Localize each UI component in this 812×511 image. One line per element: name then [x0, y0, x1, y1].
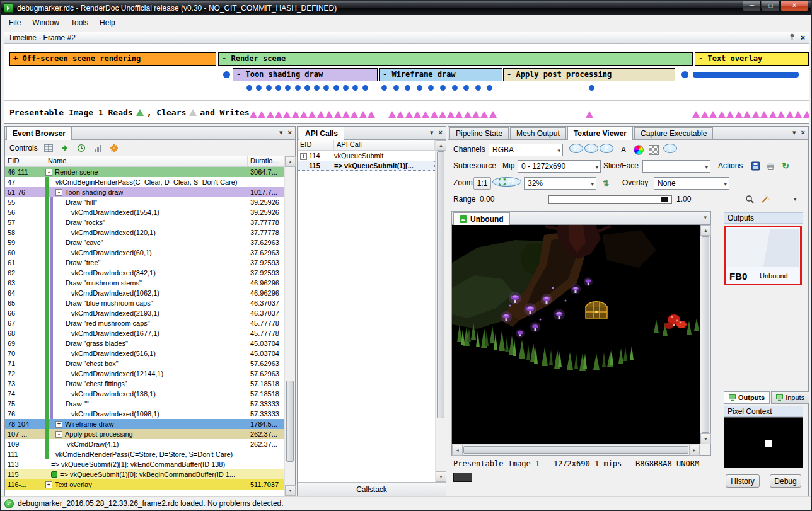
- timeline-body[interactable]: + Off-screen scene rendering- Render sce…: [4, 44, 809, 123]
- tab-outputs[interactable]: Outputs: [724, 391, 770, 404]
- scroll-down-icon[interactable]: ▼: [285, 485, 296, 496]
- draw-call-dot[interactable]: [381, 85, 387, 91]
- event-row[interactable]: 61Draw "tree"37.92593: [5, 258, 284, 268]
- viewport-hscrollbar[interactable]: ◄ ►: [452, 444, 700, 455]
- draw-call-dot[interactable]: [323, 85, 329, 91]
- usage-triangle-icon[interactable]: [709, 111, 717, 118]
- usage-triangle-icon[interactable]: [267, 111, 274, 118]
- api-call-row[interactable]: +114vkQueueSubmit: [298, 151, 435, 161]
- draw-call-dot[interactable]: [452, 85, 458, 91]
- frame-marker-bar[interactable]: - Toon shading draw: [233, 68, 378, 81]
- flip-y-icon[interactable]: ⇅: [600, 177, 612, 190]
- event-row[interactable]: 57Draw "rocks"37.77778: [5, 217, 284, 227]
- background-color-swatch[interactable]: [453, 473, 472, 482]
- usage-triangle-icon[interactable]: [308, 111, 316, 118]
- usage-triangle-icon[interactable]: [388, 111, 396, 118]
- column-eid[interactable]: EID: [5, 156, 45, 166]
- usage-triangle-icon[interactable]: [422, 111, 429, 118]
- usage-triangle-icon[interactable]: [718, 111, 726, 118]
- filter-icon[interactable]: [43, 142, 54, 154]
- scroll-up-icon[interactable]: ▲: [436, 140, 446, 151]
- event-row[interactable]: 107-...-Apply post processing262.37...: [5, 429, 284, 439]
- draw-call-dot[interactable]: [295, 85, 301, 91]
- usage-triangle-icon[interactable]: [334, 111, 342, 118]
- mip-select[interactable]: 0 - 1272x690 ▾: [518, 160, 601, 173]
- expander-icon[interactable]: -: [45, 169, 52, 176]
- tab-capture-executable[interactable]: Capture Executable: [634, 127, 713, 139]
- overlay-select[interactable]: None ▾: [654, 177, 729, 190]
- draw-call-dot[interactable]: [440, 85, 446, 91]
- draw-call-dot[interactable]: [276, 85, 281, 91]
- close-button[interactable]: ×: [780, 1, 808, 12]
- draw-call-dot[interactable]: [304, 85, 310, 91]
- pixel-context-view[interactable]: [724, 417, 803, 468]
- scrollbar-thumb[interactable]: [702, 236, 709, 433]
- draw-call-dot[interactable]: [334, 85, 339, 91]
- draw-call-dot[interactable]: [417, 85, 422, 91]
- minimize-button[interactable]: ─: [743, 1, 761, 12]
- usage-triangle-icon[interactable]: [752, 111, 760, 118]
- event-row[interactable]: 68vkCmdDrawIndexed(1677,1)45.77778: [5, 328, 284, 338]
- event-row[interactable]: 113=> vkQueueSubmit(2)[1]: vkEndCommandB…: [5, 459, 284, 469]
- usage-triangle-icon[interactable]: [414, 111, 421, 118]
- event-row[interactable]: 62vkCmdDrawIndexed(342,1)37.92593: [5, 268, 284, 278]
- output-framebuffer-thumbnail[interactable]: FB0 Unbound: [724, 226, 802, 285]
- event-row[interactable]: 75Draw ""57.33333: [5, 399, 284, 409]
- panel-close-icon[interactable]: ×: [439, 129, 443, 137]
- channel-g-button[interactable]: G: [584, 144, 598, 153]
- channel-a-button[interactable]: A: [617, 144, 630, 156]
- draw-call-dot[interactable]: [256, 85, 262, 91]
- checkerboard-icon[interactable]: [647, 144, 660, 156]
- api-call-row[interactable]: 115=> vkQueueSubmit(1)[...: [298, 161, 435, 171]
- draw-call-dot[interactable]: [314, 85, 320, 91]
- event-row[interactable]: 46-111-Render scene3064.7...: [5, 167, 284, 177]
- expander-icon[interactable]: -: [55, 431, 62, 438]
- usage-triangle-icon[interactable]: [325, 111, 333, 118]
- save-icon[interactable]: [749, 159, 762, 172]
- frame-marker-bar[interactable]: - Text overlay: [695, 52, 809, 66]
- panel-menu-icon[interactable]: ▾: [792, 129, 796, 137]
- frame-marker-bar[interactable]: - Wireframe draw: [379, 68, 502, 81]
- event-row[interactable]: 78-104+Wireframe draw1784.5...: [5, 419, 284, 429]
- history-button[interactable]: History: [726, 474, 760, 488]
- color-wheel-icon[interactable]: [632, 144, 645, 156]
- pin-icon[interactable]: [789, 33, 796, 42]
- texture-image[interactable]: [452, 225, 700, 444]
- menu-file[interactable]: File: [3, 16, 26, 29]
- channel-b-button[interactable]: B: [600, 144, 613, 153]
- usage-triangle-icon[interactable]: [431, 111, 438, 118]
- draw-call-dot[interactable]: [285, 85, 291, 91]
- expander-icon[interactable]: +: [300, 153, 307, 160]
- fit-button[interactable]: Fit: [492, 177, 521, 187]
- timeline-header[interactable]: Timeline - Frame #2 ×: [4, 32, 809, 44]
- usage-triangle-icon[interactable]: [300, 111, 308, 118]
- event-browser-scrollbar[interactable]: ▲ ▼: [284, 156, 295, 496]
- usage-triangle-icon[interactable]: [275, 111, 282, 118]
- scrollbar-thumb[interactable]: [437, 151, 444, 418]
- scroll-up-icon[interactable]: ▲: [700, 225, 711, 236]
- image-export-icon[interactable]: [764, 159, 777, 172]
- usage-triangle-icon[interactable]: [447, 111, 455, 118]
- expander-icon[interactable]: +: [45, 481, 52, 488]
- gamma-button[interactable]: γ: [663, 144, 677, 153]
- scroll-left-icon[interactable]: ◄: [452, 445, 463, 456]
- event-row[interactable]: 56vkCmdDrawIndexed(1554,1)39.25926: [5, 207, 284, 217]
- usage-triangle-icon[interactable]: [283, 111, 291, 118]
- usage-triangle-icon[interactable]: [786, 111, 794, 118]
- event-row[interactable]: 55Draw "hill"39.25926: [5, 197, 284, 207]
- event-row[interactable]: 69Draw "grass blades"45.03704: [5, 338, 284, 348]
- callstack-section[interactable]: Callstack: [298, 482, 446, 496]
- tab-api-calls[interactable]: API Calls: [299, 127, 344, 140]
- event-row[interactable]: 63Draw "mushroom stems"46.96296: [5, 278, 284, 288]
- tab-pipeline-state[interactable]: Pipeline State: [450, 127, 509, 139]
- draw-call-dot[interactable]: [463, 85, 469, 91]
- draw-call-dot[interactable]: [246, 85, 252, 91]
- column-name[interactable]: Name: [45, 156, 248, 166]
- viewport-vscrollbar[interactable]: ▲ ▼: [700, 225, 710, 444]
- usage-triangle-icon[interactable]: [397, 111, 404, 118]
- usage-triangle-icon[interactable]: [760, 111, 768, 118]
- event-row[interactable]: 51-76-Toon shading draw1017.7...: [5, 187, 284, 197]
- draw-call-dot[interactable]: [266, 85, 272, 91]
- event-row[interactable]: 71Draw "chest box"57.62963: [5, 359, 284, 369]
- refresh-icon[interactable]: ↻: [779, 159, 792, 172]
